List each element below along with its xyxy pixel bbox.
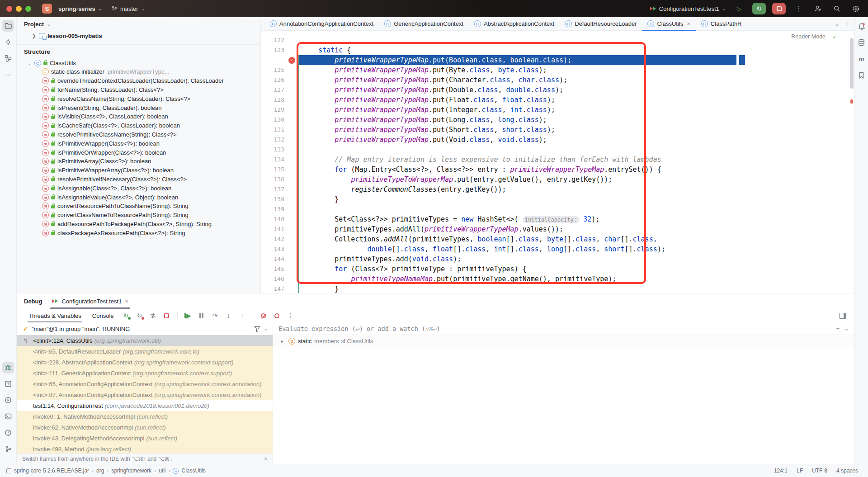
gutter-icon-slot[interactable] — [287, 35, 298, 45]
close-icon[interactable]: × — [125, 298, 128, 305]
line-number[interactable]: 134 — [261, 155, 287, 165]
gutter-icon-slot[interactable] — [287, 115, 298, 125]
line-number[interactable]: 144 — [261, 254, 287, 264]
expand-arrow-icon[interactable]: ▸ — [281, 339, 286, 344]
tab-threads-variables[interactable]: Threads & Variables — [24, 309, 86, 322]
project-tree-module[interactable]: ❯ lesson-005-mybatis — [17, 31, 260, 41]
pause-button[interactable] — [196, 310, 208, 321]
add-watch-icon[interactable]: + — [836, 325, 840, 332]
breadcrumb-classutils[interactable]: ClassUtils — [181, 468, 205, 474]
reader-mode-label[interactable]: Reader Mode — [791, 33, 826, 40]
gutter-icon-slot[interactable] — [287, 224, 298, 234]
gutter-icon-slot[interactable] — [287, 214, 298, 224]
line-number[interactable]: 133 — [261, 145, 287, 155]
line-ending-widget[interactable]: LF — [797, 468, 803, 474]
indent-widget[interactable]: 4 spaces — [836, 468, 858, 474]
run-button[interactable]: ▷ — [732, 3, 746, 14]
caret-position-widget[interactable]: 124:1 — [774, 468, 788, 474]
code-line[interactable]: 131 primitiveWrapperTypeMap.put(Short.cl… — [261, 125, 854, 135]
stack-frame-row[interactable]: invoke:498, Method(java.lang.reflect) — [17, 444, 273, 453]
stack-frame-row[interactable]: invoke:43, DelegatingMethodAccessorImpl(… — [17, 433, 273, 444]
gutter-icon-slot[interactable] — [287, 194, 298, 204]
gutter-icon-slot[interactable] — [287, 175, 298, 184]
gutter-icon-slot[interactable]: ✓ — [287, 55, 298, 65]
tab-classutils[interactable]: C ClassUtils × — [642, 17, 695, 31]
line-number[interactable]: 140 — [261, 214, 287, 224]
tab-abstractapplicationcontext[interactable]: C AbstractApplicationContext — [469, 17, 560, 31]
code-line[interactable]: 126 primitiveWrapperTypeMap.put(Characte… — [261, 75, 854, 85]
stack-frame-row[interactable]: <init>:65, DefaultResourceLoader(org.spr… — [17, 346, 273, 357]
line-number[interactable]: 129 — [261, 105, 287, 115]
structure-member-row[interactable]: mresolvePrimitiveIfNecessary(Class<?>): … — [17, 175, 260, 184]
line-number[interactable]: 136 — [261, 175, 287, 184]
line-number[interactable]: 137 — [261, 184, 287, 194]
structure-member-row[interactable]: mconvertResourcePathToClassName(String):… — [17, 202, 260, 211]
tool-database-button[interactable] — [856, 37, 867, 48]
step-over-button[interactable]: ↷ — [209, 310, 221, 321]
layout-settings-icon[interactable] — [839, 313, 846, 319]
line-number[interactable]: 130 — [261, 115, 287, 125]
structure-member-row[interactable]: mforName(String, ClassLoader): Class<?> — [17, 85, 260, 94]
step-out-button[interactable]: ↑ — [236, 310, 248, 321]
rerun-failed-tests-button[interactable]: ↻ — [134, 310, 146, 321]
tool-git-button[interactable] — [2, 443, 14, 455]
tab-classpathresource[interactable]: C ClassPathR — [696, 17, 747, 31]
code-line[interactable]: 139 — [261, 204, 854, 214]
gutter-icon-slot[interactable] — [287, 244, 298, 254]
gutter-icon-slot[interactable] — [287, 234, 298, 244]
breakpoint-icon[interactable]: ✓ — [288, 57, 295, 64]
chevron-right-icon[interactable]: ❯ — [32, 33, 37, 38]
stack-frame-row[interactable]: <init>:228, AbstractApplicationContext(o… — [17, 357, 273, 368]
structure-member-row[interactable]: mconvertClassNameToResourcePath(String):… — [17, 211, 260, 220]
line-number[interactable]: 125 — [261, 65, 287, 75]
gutter-icon-slot[interactable] — [287, 75, 298, 85]
scrollbar-thumb[interactable] — [850, 38, 854, 89]
line-number[interactable]: 145 — [261, 264, 287, 274]
code-line[interactable]: 137 registerCommonClasses(entry.getKey()… — [261, 184, 854, 194]
code-line[interactable]: 142 Collections.addAll(primitiveTypes, b… — [261, 234, 854, 244]
gutter-icon-slot[interactable] — [287, 145, 298, 155]
code-line[interactable]: 141 primitiveTypes.addAll(primitiveWrapp… — [261, 224, 854, 234]
stack-frame-row[interactable]: invoke0:-1, NativeMethodAccessorImpl(sun… — [17, 411, 273, 422]
gutter-icon-slot[interactable] — [287, 105, 298, 115]
line-number[interactable]: 138 — [261, 194, 287, 204]
line-number[interactable]: 131 — [261, 125, 287, 135]
code-line[interactable]: 135 for (Map.Entry<Class<?>, Class<?>> e… — [261, 165, 854, 175]
debug-more-button[interactable]: ⋮ — [285, 310, 297, 321]
tool-more-button[interactable]: ⋯ — [2, 69, 14, 80]
gutter-icon-slot[interactable] — [287, 155, 298, 165]
tab-defaultresourceloader[interactable]: C DefaultResourceLoader — [560, 17, 642, 31]
breadcrumb-springframework[interactable]: springframework — [111, 468, 151, 474]
tab-console[interactable]: Console — [88, 309, 118, 322]
code-line[interactable]: 130 primitiveWrapperTypeMap.put(Long.cla… — [261, 115, 854, 125]
debug-rerun-button[interactable]: ↻ — [752, 3, 766, 14]
stack-frame-row[interactable]: <init>:65, AnnotationConfigApplicationCo… — [17, 378, 273, 389]
stack-frame-row[interactable]: <init>:111, GenericApplicationContext(or… — [17, 368, 273, 378]
code-line[interactable]: 132 primitiveWrapperTypeMap.put(Void.cla… — [261, 135, 854, 145]
stack-frame-row[interactable]: ↰<clinit>:124, ClassUtils(org.springfram… — [17, 335, 273, 346]
line-number[interactable]: 139 — [261, 204, 287, 214]
structure-member-row[interactable]: misPrimitiveArray(Class<?>): boolean — [17, 157, 260, 166]
line-number[interactable]: 135 — [261, 165, 287, 175]
window-minimize-button[interactable] — [16, 6, 22, 12]
code-line[interactable]: 145 for (Class<?> primitiveType : primit… — [261, 264, 854, 274]
close-icon[interactable]: × — [264, 456, 267, 462]
tool-project-button[interactable] — [2, 20, 14, 32]
structure-class-row[interactable]: ⌄ C ClassUtils — [17, 58, 260, 67]
gutter-icon-slot[interactable] — [287, 284, 298, 293]
structure-member-row[interactable]: misPresent(String, ClassLoader): boolean — [17, 103, 260, 112]
rerun-button[interactable]: ↻ — [120, 310, 132, 321]
hotswap-button[interactable] — [147, 310, 159, 321]
line-number[interactable]: 126 — [261, 75, 287, 85]
code-line[interactable]: ✓ primitiveWrapperTypeMap.put(Boolean.cl… — [261, 55, 854, 65]
tool-problems-button[interactable] — [2, 427, 14, 439]
code-area[interactable]: 122123 static {✓ primitiveWrapperTypeMap… — [261, 31, 854, 293]
code-line[interactable]: 138 } — [261, 194, 854, 204]
view-breakpoints-button[interactable] — [271, 310, 283, 321]
code-line[interactable]: 144 primitiveTypes.add(void.class); — [261, 254, 854, 264]
structure-member-row[interactable]: misPrimitiveWrapperArray(Class<?>): bool… — [17, 166, 260, 175]
breadcrumb-org[interactable]: org — [96, 468, 104, 474]
code-line[interactable]: 129 primitiveWrapperTypeMap.put(Integer.… — [261, 105, 854, 115]
code-line[interactable]: 134 // Map entry iteration is less expen… — [261, 155, 854, 165]
gutter-icon-slot[interactable] — [287, 45, 298, 55]
